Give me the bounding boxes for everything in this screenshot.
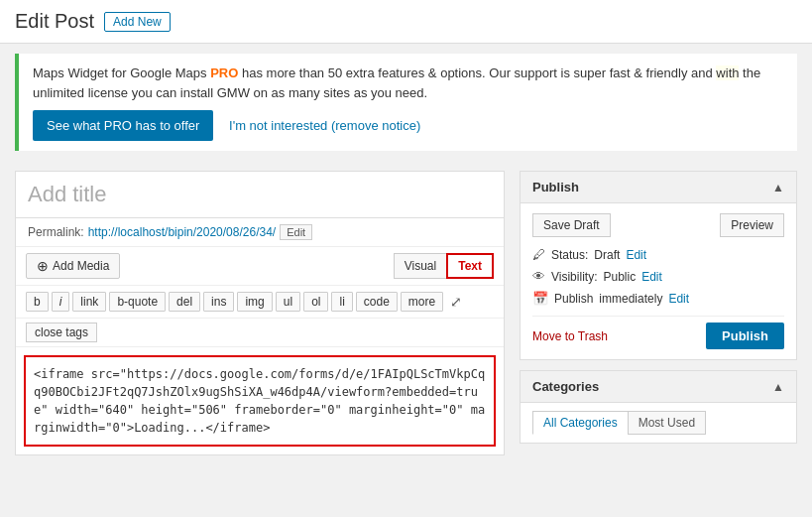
status-edit-link[interactable]: Edit: [626, 248, 646, 262]
editor-toolbar: ⊕ Add Media Visual Text: [16, 247, 504, 286]
tab-most-used[interactable]: Most Used: [628, 411, 706, 435]
categories-body: All Categories Most Used: [521, 403, 796, 443]
format-del[interactable]: del: [169, 292, 200, 312]
categories-box: Categories ▲ All Categories Most Used: [520, 370, 797, 444]
visibility-row: 👁 Visibility: Public Edit: [532, 269, 784, 284]
visibility-icon: 👁: [532, 269, 545, 284]
add-media-icon: ⊕: [37, 258, 49, 274]
schedule-icon: 📅: [532, 291, 548, 306]
format-italic[interactable]: i: [52, 292, 70, 312]
publish-collapse-icon[interactable]: ▲: [772, 181, 784, 194]
notice-dismiss-link[interactable]: I'm not interested (remove notice): [229, 118, 420, 133]
format-link[interactable]: link: [72, 292, 106, 312]
sidebar: Publish ▲ Save Draft Preview 🖊 Status: D…: [520, 171, 797, 455]
publish-box-title: Publish: [532, 180, 579, 194]
notice-cta-button[interactable]: See what PRO has to offer: [33, 110, 213, 141]
notice-text: Maps Widget for Google Maps PRO has more…: [33, 65, 760, 100]
categories-box-title: Categories: [532, 379, 599, 394]
notice-banner: Maps Widget for Google Maps PRO has more…: [15, 54, 797, 151]
add-new-button[interactable]: Add New: [104, 12, 171, 32]
format-buttons-row: b i link b-quote del ins img ul ol li co…: [16, 286, 504, 319]
publish-footer: Move to Trash Publish: [532, 316, 784, 349]
close-tags-row: close tags: [16, 319, 504, 347]
expand-icon[interactable]: ⤢: [446, 292, 466, 312]
schedule-label: Publish: [554, 292, 593, 306]
code-editor-area[interactable]: <iframe src="https://docs.google.com/for…: [24, 355, 496, 447]
format-code[interactable]: code: [356, 292, 398, 312]
publish-box-body: Save Draft Preview 🖊 Status: Draft Edit …: [521, 203, 796, 359]
format-bquote[interactable]: b-quote: [109, 292, 166, 312]
status-label: Status:: [551, 248, 588, 262]
publish-box: Publish ▲ Save Draft Preview 🖊 Status: D…: [520, 171, 797, 360]
add-media-button[interactable]: ⊕ Add Media: [26, 253, 120, 279]
categories-tabs: All Categories Most Used: [532, 411, 784, 435]
format-bold[interactable]: b: [26, 292, 49, 312]
notice-pro-label: PRO: [210, 65, 238, 80]
notice-highlight: with: [716, 65, 739, 80]
schedule-value: immediately: [599, 292, 662, 306]
permalink-url[interactable]: http://localhost/bipin/2020/08/26/34/: [88, 225, 276, 239]
editor-area: Permalink: http://localhost/bipin/2020/0…: [15, 171, 505, 455]
format-ul[interactable]: ul: [276, 292, 300, 312]
format-ins[interactable]: ins: [203, 292, 234, 312]
format-ol[interactable]: ol: [303, 292, 328, 312]
categories-collapse-icon[interactable]: ▲: [772, 380, 784, 394]
status-icon: 🖊: [532, 247, 545, 262]
format-more[interactable]: more: [401, 292, 443, 312]
visibility-label: Visibility:: [551, 270, 597, 284]
move-to-trash-link[interactable]: Move to Trash: [532, 329, 608, 343]
tab-all-categories[interactable]: All Categories: [532, 411, 628, 435]
visibility-value: Public: [603, 270, 636, 284]
schedule-edit-link[interactable]: Edit: [668, 292, 689, 306]
tab-text[interactable]: Text: [446, 253, 494, 279]
post-title-input[interactable]: [16, 172, 504, 218]
categories-box-header: Categories ▲: [521, 371, 796, 403]
status-value: Draft: [594, 248, 620, 262]
permalink-edit-button[interactable]: Edit: [280, 224, 312, 240]
status-row: 🖊 Status: Draft Edit: [532, 247, 784, 262]
format-img[interactable]: img: [237, 292, 272, 312]
permalink-row: Permalink: http://localhost/bipin/2020/0…: [16, 218, 504, 247]
editor-tab-group: Visual Text: [394, 253, 494, 279]
permalink-label: Permalink:: [28, 225, 84, 239]
publish-actions-row: Save Draft Preview: [532, 213, 784, 237]
save-draft-button[interactable]: Save Draft: [532, 213, 611, 237]
format-li[interactable]: li: [331, 292, 352, 312]
publish-meta: 🖊 Status: Draft Edit 👁 Visibility: Publi…: [532, 247, 784, 306]
preview-button[interactable]: Preview: [720, 213, 784, 237]
tab-visual[interactable]: Visual: [394, 253, 446, 279]
publish-button[interactable]: Publish: [706, 323, 784, 349]
schedule-row: 📅 Publish immediately Edit: [532, 291, 784, 306]
page-title: Edit Post: [15, 10, 94, 33]
visibility-edit-link[interactable]: Edit: [641, 270, 662, 284]
publish-box-header: Publish ▲: [521, 172, 796, 203]
close-tags-button[interactable]: close tags: [26, 323, 97, 342]
